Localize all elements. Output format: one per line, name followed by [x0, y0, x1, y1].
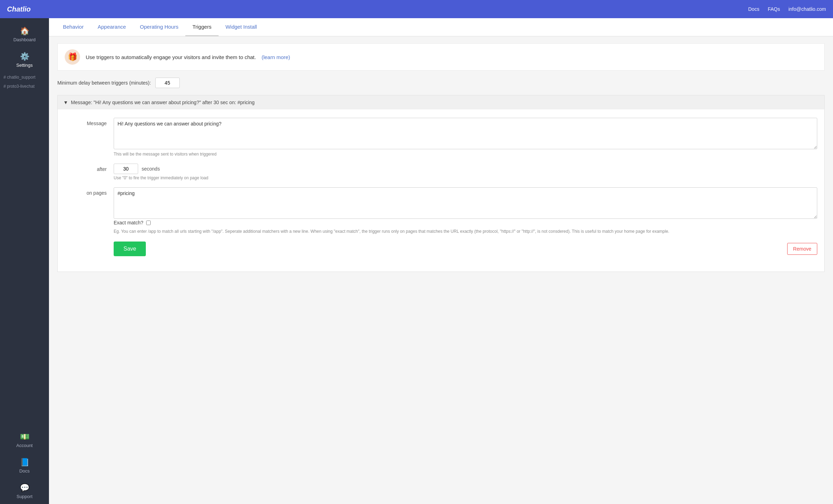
sidebar-item-settings[interactable]: ⚙️ Settings [0, 47, 49, 73]
logo: Chatlio [7, 5, 31, 13]
dashboard-icon: 🏠 [20, 27, 29, 36]
sidebar-item-dashboard[interactable]: 🏠 Dashboard [0, 22, 49, 47]
sidebar-item-dashboard-label: Dashboard [13, 37, 36, 42]
on-pages-label: on pages [65, 187, 107, 256]
docs-link[interactable]: Docs [748, 6, 759, 12]
message-control: Hi! Any questions we can answer about pr… [114, 118, 817, 157]
delay-row: Minimum delay between triggers (minutes)… [57, 78, 825, 88]
main-layout: 🏠 Dashboard ⚙️ Settings # chatlio_suppor… [0, 18, 833, 504]
tabs-bar: Behavior Appearance Operating Hours Trig… [49, 18, 833, 36]
sidebar-item-docs[interactable]: 📘 Docs [0, 453, 49, 478]
support-icon: 💬 [20, 483, 29, 492]
save-button[interactable]: Save [114, 242, 146, 256]
on-pages-control: #pricing Exact match? Eg. You can enter … [114, 187, 817, 256]
on-pages-row: on pages #pricing Exact match? Eg. You c… [65, 187, 817, 256]
after-label: after [65, 164, 107, 180]
info-banner: 🎁 Use triggers to automatically engage y… [57, 43, 825, 71]
after-input[interactable] [114, 164, 138, 174]
after-control: seconds Use "0" to fire the trigger imme… [114, 164, 817, 180]
info-banner-text: Use triggers to automatically engage you… [86, 54, 256, 60]
exact-match-checkbox[interactable] [146, 221, 151, 225]
message-label: Message [65, 118, 107, 157]
settings-icon: ⚙️ [20, 52, 29, 61]
trigger-card: ▼ Message: "Hi! Any questions we can ans… [57, 95, 825, 272]
sidebar-item-support-label: Support [16, 494, 33, 499]
delay-input[interactable] [155, 78, 180, 88]
on-pages-textarea[interactable]: #pricing [114, 187, 817, 219]
message-textarea[interactable]: Hi! Any questions we can answer about pr… [114, 118, 817, 149]
message-row: Message Hi! Any questions we can answer … [65, 118, 817, 157]
sidebar-channel-proto3[interactable]: # proto3-livechat [0, 82, 49, 91]
tab-behavior[interactable]: Behavior [56, 18, 91, 36]
sidebar-item-settings-label: Settings [16, 63, 33, 68]
gift-icon: 🎁 [65, 49, 80, 65]
docs-icon: 📘 [20, 458, 29, 467]
message-hint: This will be the message sent to visitor… [114, 152, 817, 157]
after-input-row: seconds [114, 164, 817, 174]
tab-operating-hours[interactable]: Operating Hours [133, 18, 185, 36]
main-content: Behavior Appearance Operating Hours Trig… [49, 18, 833, 504]
content-area: 🎁 Use triggers to automatically engage y… [49, 36, 833, 279]
faqs-link[interactable]: FAQs [768, 6, 780, 12]
tab-appearance[interactable]: Appearance [91, 18, 133, 36]
after-row: after seconds Use "0" to fire the trigge… [65, 164, 817, 180]
exact-match-row: Exact match? [114, 220, 817, 225]
email-link[interactable]: info@chatlio.com [788, 6, 826, 12]
sidebar-item-support[interactable]: 💬 Support [0, 478, 49, 504]
collapse-icon: ▼ [63, 100, 68, 105]
tab-triggers[interactable]: Triggers [185, 18, 218, 36]
sidebar: 🏠 Dashboard ⚙️ Settings # chatlio_suppor… [0, 18, 49, 504]
exact-match-label: Exact match? [114, 220, 143, 225]
remove-button[interactable]: Remove [787, 243, 817, 255]
eg-text: Eg. You can enter /app to match all urls… [114, 228, 817, 235]
trigger-header-text: Message: "Hi! Any questions we can answe… [71, 100, 255, 105]
button-row: Save Remove [114, 242, 817, 256]
after-hint: Use "0" to fire the trigger immediately … [114, 175, 817, 180]
seconds-label: seconds [142, 166, 160, 172]
sidebar-item-account[interactable]: 💵 Account [0, 427, 49, 453]
learn-more-link[interactable]: (learn more) [262, 54, 290, 60]
top-nav-links: Docs FAQs info@chatlio.com [748, 6, 826, 12]
sidebar-item-account-label: Account [16, 443, 33, 448]
sidebar-channel-support[interactable]: # chatlio_support [0, 73, 49, 82]
trigger-header[interactable]: ▼ Message: "Hi! Any questions we can ans… [58, 95, 824, 109]
tab-widget-install[interactable]: Widget Install [219, 18, 264, 36]
delay-label: Minimum delay between triggers (minutes)… [57, 80, 151, 86]
trigger-body: Message Hi! Any questions we can answer … [58, 109, 824, 272]
account-icon: 💵 [20, 432, 29, 441]
top-nav: Chatlio Docs FAQs info@chatlio.com [0, 0, 833, 18]
sidebar-item-docs-label: Docs [19, 468, 30, 474]
